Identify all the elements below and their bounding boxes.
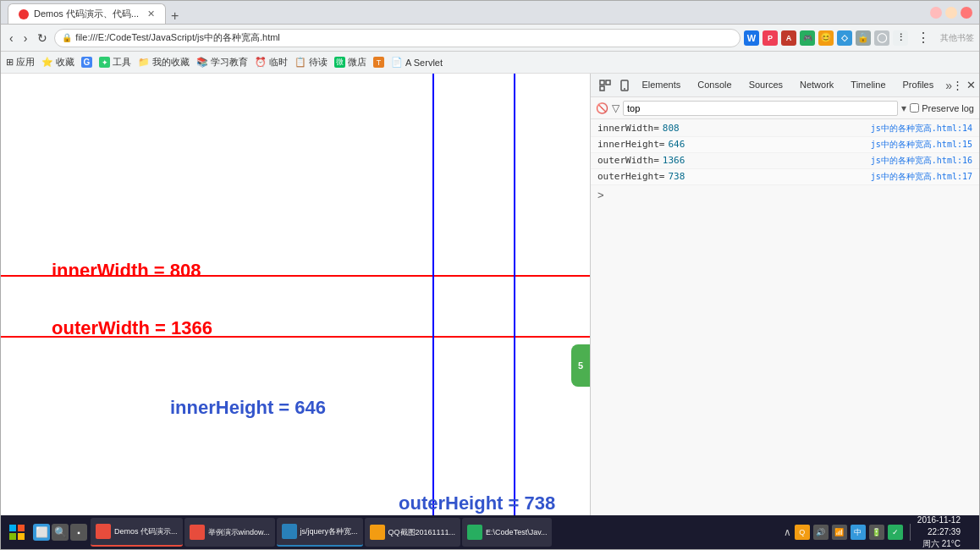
filter-dropdown-icon[interactable]: ▾ [901,102,906,114]
title-bar: Demos 代码演示、代码... ✕ + [1,1,979,25]
ext-icon-red[interactable]: A [781,30,796,46]
app-codetest-label: E:\CodeTest\Jav... [486,528,547,536]
tab-sources[interactable]: Sources [741,76,791,95]
bookmark-g[interactable]: G [81,57,92,68]
system-tray-left: ⬜ 🔍 ▪ [33,524,87,541]
bookmark-edu[interactable]: 📚 学习教育 [196,56,248,69]
green-side-button[interactable]: 5 [571,344,590,387]
system-tray-icons: ∧ Q 🔊 📶 中 🔋 ✓ [784,525,903,540]
tab-timeline[interactable]: Timeline [842,76,894,95]
taskbar-action-center[interactable]: ⬜ [33,524,50,541]
inner-width-label: innerWidth = 808 [52,260,201,282]
address-bar[interactable]: 🔒 file:///E:/CodeTest/JavaScript/js中的各种宽… [54,29,741,47]
taskbar-app-demos[interactable]: Demos 代码演示... [91,518,183,547]
console-value-1: 808 [663,123,871,134]
console-key-2: innerHeight= [597,139,664,150]
bookmark-wechat[interactable]: 微 微店 [334,56,366,69]
taskbar-app-window-demo[interactable]: 举例演示window... [184,518,275,547]
clear-console-icon[interactable]: 🚫 [596,102,608,114]
taskbar-task-view[interactable]: ▪ [70,524,87,541]
more-tabs-button[interactable]: » [945,79,952,92]
ext-icon-blue[interactable]: ◇ [837,30,852,46]
tray-icon-qq[interactable]: Q [795,525,810,540]
clock-time: 22:27:39 [917,526,961,538]
window-controls [930,7,972,19]
clock-date: 2016-11-12 [917,514,961,526]
taskbar-search[interactable]: 🔍 [52,524,69,541]
ext-icon-gray2[interactable]: ⋮ [893,30,908,46]
taskbar-divider [910,524,911,541]
console-link-1[interactable]: js中的各种宽高.html:14 [871,123,972,135]
ext-icon-lock[interactable]: 🔒 [856,30,871,46]
devtools-mobile-icon[interactable] [615,74,633,97]
bookmark-tools[interactable]: ✦ 工具 [99,56,131,69]
svg-rect-5 [9,525,16,531]
tab-favicon [19,9,29,19]
mycollection-label: 我的收藏 [152,56,190,69]
ext-icon-pocket[interactable]: P [763,30,778,46]
app-window-icon [190,525,205,540]
app-codetest-icon [467,525,482,540]
filter-input[interactable] [623,101,898,116]
svg-rect-2 [600,86,604,91]
close-button[interactable] [961,7,972,19]
filter-icon[interactable]: ▽ [612,102,619,114]
tab-profiles[interactable]: Profiles [895,76,943,95]
devtools-inspect-icon[interactable] [594,74,615,97]
inner-height-left-line [432,74,434,515]
taskbar-app-jquery[interactable]: js/jquery各种宽... [277,518,363,547]
ext-icon-game[interactable]: 🎮 [800,30,815,46]
tab-elements[interactable]: Elements [633,76,689,95]
ext-icon-w[interactable]: W [744,30,759,46]
active-tab[interactable]: Demos 代码演示、代码... ✕ [8,3,166,24]
svg-rect-0 [600,80,604,85]
tray-icon-input[interactable]: 中 [851,525,866,540]
taskbar-clock[interactable]: 2016-11-12 22:27:39 周六 21°C [917,514,961,550]
tray-icon-check[interactable]: ✓ [888,525,903,540]
wechat-icon: 微 [334,57,345,68]
restore-button[interactable] [945,7,957,19]
bookmark-temp[interactable]: ⏰ 临时 [255,56,288,69]
devtools-settings-button[interactable]: ⋮ [952,79,963,91]
inner-height-right-line [514,74,515,515]
g-icon: G [81,57,92,68]
console-prompt-line[interactable]: > [591,185,979,205]
tray-caret-icon[interactable]: ∧ [784,526,791,538]
tab-network[interactable]: Network [791,76,842,95]
other-tabs-label: 其他书签 [940,32,974,44]
svg-rect-8 [18,533,25,540]
tab-close-button[interactable]: ✕ [147,8,155,19]
taskbar-right: ∧ Q 🔊 📶 中 🔋 ✓ [784,514,976,550]
console-line-2: innerHeight= 646 js中的各种宽高.html:15 [591,137,979,153]
back-button[interactable]: ‹ [6,30,17,47]
reload-button[interactable]: ↻ [34,30,51,47]
bookmark-favorites[interactable]: ⭐ 收藏 [41,56,74,69]
bookmark-servlet[interactable]: 📄 A Servlet [391,57,443,68]
app-qq-icon [370,525,385,540]
tab-title: Demos 代码演示、代码... [34,8,139,20]
bookmark-mycollection[interactable]: 📁 我的收藏 [138,56,190,69]
ext-icon-gray1[interactable]: ◯ [874,30,889,46]
start-button[interactable] [4,520,30,545]
console-link-2[interactable]: js中的各种宽高.html:15 [871,139,972,151]
tray-icon-battery[interactable]: 🔋 [869,525,884,540]
new-tab-button[interactable]: + [168,8,182,24]
console-link-4[interactable]: js中的各种宽高.html:17 [871,171,972,183]
tray-icon-speaker[interactable]: 🔊 [813,525,829,540]
bookmark-toread[interactable]: 📋 待读 [295,56,328,69]
minimize-button[interactable] [930,7,942,19]
tools-icon: ✦ [99,57,110,68]
devtools-close-button[interactable]: ✕ [966,79,976,91]
console-link-3[interactable]: js中的各种宽高.html:16 [871,155,972,167]
svg-rect-6 [18,525,25,531]
forward-button[interactable]: › [20,30,31,47]
taskbar-app-codetest[interactable]: E:\CodeTest\Jav... [462,518,552,547]
tray-icon-wifi[interactable]: 📶 [832,525,847,540]
bookmark-apps[interactable]: ⊞ 应用 [6,56,35,69]
menu-button[interactable]: ⋮ [913,28,933,47]
ext-icon-emoji[interactable]: 😊 [818,30,834,46]
taskbar-app-qq[interactable]: QQ截图20161111... [365,518,461,547]
tab-console[interactable]: Console [689,76,740,95]
preserve-log-checkbox[interactable] [910,103,919,113]
bookmark-t[interactable]: T [373,57,384,68]
